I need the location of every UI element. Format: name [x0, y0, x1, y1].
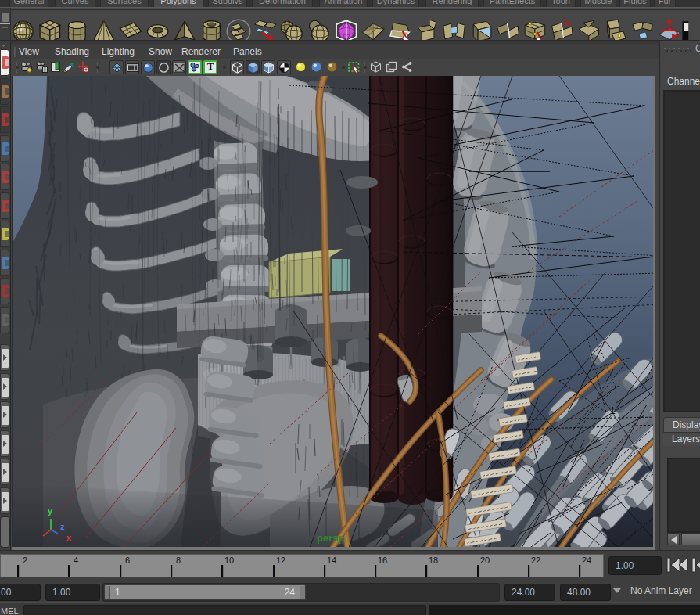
svg-text:22: 22 [531, 556, 540, 565]
svg-text:y: y [48, 506, 53, 516]
svg-text:6: 6 [125, 556, 130, 565]
svg-text:14: 14 [327, 556, 336, 565]
svg-text:persp: persp [317, 532, 344, 544]
svg-text:10: 10 [224, 556, 234, 565]
svg-text:16: 16 [378, 556, 387, 565]
svg-text:18: 18 [429, 556, 438, 565]
svg-text:z: z [60, 522, 65, 531]
svg-text:20: 20 [480, 556, 490, 565]
svg-text:24: 24 [582, 556, 591, 565]
svg-text:2: 2 [23, 556, 27, 565]
svg-text:8: 8 [176, 556, 181, 565]
svg-text:12: 12 [276, 556, 285, 565]
svg-text:x: x [66, 533, 72, 542]
svg-text:4: 4 [74, 556, 78, 565]
